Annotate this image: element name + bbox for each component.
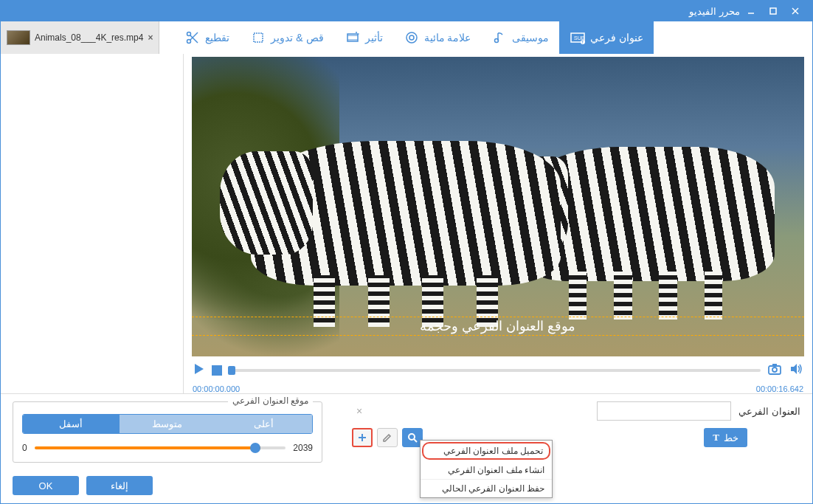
tab-music[interactable]: موسيقى bbox=[481, 21, 559, 54]
slider-max: 2039 bbox=[293, 443, 313, 453]
position-bottom[interactable]: أسفل bbox=[23, 415, 120, 433]
file-name: Animals_08___4K_res.mp4 bbox=[35, 32, 143, 43]
position-slider[interactable] bbox=[35, 446, 286, 449]
position-segmented-control: أعلى متوسط أسفل bbox=[22, 414, 313, 434]
svg-point-23 bbox=[772, 367, 777, 372]
effect-icon bbox=[345, 30, 361, 46]
subtitle-position-group: موقع العنوان الفرعي أعلى متوسط أسفل 0 20… bbox=[13, 401, 322, 463]
crop-icon bbox=[250, 30, 266, 46]
menu-create-subtitle[interactable]: انشاء ملف العنوان الفرعي bbox=[421, 461, 552, 479]
toolbar: Animals_08___4K_res.mp4 × تقطيع قص & تدو… bbox=[1, 21, 812, 54]
sidebar bbox=[1, 54, 184, 393]
add-subtitle-button[interactable] bbox=[352, 428, 373, 447]
position-top[interactable]: أعلى bbox=[215, 415, 312, 433]
svg-rect-1 bbox=[770, 8, 776, 14]
playback-controls bbox=[190, 356, 806, 384]
svg-point-4 bbox=[187, 32, 191, 36]
file-close-icon[interactable]: × bbox=[148, 32, 153, 43]
file-tab[interactable]: Animals_08___4K_res.mp4 × bbox=[1, 21, 159, 54]
tab-watermark[interactable]: علامة مائية bbox=[393, 21, 482, 54]
maximize-button[interactable] bbox=[762, 1, 784, 21]
play-button[interactable] bbox=[193, 362, 206, 379]
svg-point-16 bbox=[495, 39, 499, 43]
window-title: محرر الفيديو bbox=[7, 6, 740, 17]
position-middle[interactable]: متوسط bbox=[120, 415, 216, 433]
subtitle-position-guide[interactable]: موقع العنوان الفرعي وحجمه bbox=[192, 317, 804, 336]
tab-crop-rotate[interactable]: قص & تدوير bbox=[240, 21, 333, 54]
minimize-button[interactable] bbox=[740, 1, 762, 21]
volume-button[interactable] bbox=[789, 362, 803, 379]
menu-load-subtitle[interactable]: تحميل ملف العنوان الفرعي bbox=[422, 442, 550, 460]
ok-button[interactable]: OK bbox=[13, 476, 79, 495]
music-icon bbox=[491, 30, 508, 46]
svg-point-12 bbox=[356, 32, 357, 33]
svg-point-13 bbox=[358, 33, 359, 35]
current-time: 00:00:00.000 bbox=[193, 384, 240, 393]
watermark-icon bbox=[404, 30, 420, 46]
snapshot-button[interactable] bbox=[767, 361, 783, 380]
stop-button[interactable] bbox=[212, 365, 222, 376]
svg-marker-25 bbox=[791, 364, 797, 374]
subtitle-icon: SUBT bbox=[570, 30, 586, 46]
font-button[interactable]: T خط bbox=[704, 428, 747, 447]
tab-subtitle[interactable]: SUBT عنوان فرعي bbox=[559, 21, 654, 54]
close-button[interactable] bbox=[784, 1, 806, 21]
file-thumbnail bbox=[7, 30, 30, 45]
progress-slider[interactable] bbox=[228, 369, 761, 372]
svg-point-5 bbox=[187, 40, 191, 44]
svg-rect-24 bbox=[772, 364, 777, 366]
subtitle-label: العنوان الفرعي bbox=[738, 406, 800, 417]
clear-icon[interactable]: × bbox=[356, 405, 362, 417]
position-legend: موقع العنوان الفرعي bbox=[228, 396, 313, 406]
tab-trim[interactable]: تقطيع bbox=[174, 21, 240, 54]
svg-rect-8 bbox=[254, 33, 263, 42]
svg-point-15 bbox=[409, 35, 414, 40]
subtitle-input[interactable] bbox=[597, 401, 731, 421]
svg-point-28 bbox=[409, 434, 415, 440]
titlebar: محرر الفيديو bbox=[1, 1, 812, 21]
total-time: 00:00:16.642 bbox=[756, 384, 803, 393]
slider-min: 0 bbox=[22, 443, 27, 453]
svg-line-29 bbox=[414, 439, 417, 442]
svg-marker-21 bbox=[195, 364, 204, 374]
add-subtitle-dropdown: تحميل ملف العنوان الفرعي انشاء ملف العنو… bbox=[420, 440, 553, 498]
video-preview[interactable]: موقع العنوان الفرعي وحجمه bbox=[192, 57, 804, 356]
svg-text:T: T bbox=[581, 40, 584, 44]
scissors-icon bbox=[184, 30, 201, 46]
tab-effect[interactable]: تأثير bbox=[334, 21, 393, 54]
svg-point-14 bbox=[406, 32, 417, 43]
cancel-button[interactable]: إلغاء bbox=[86, 476, 153, 495]
font-t-icon: T bbox=[713, 432, 719, 443]
bottom-panel: العنوان الفرعي × T خط تحميل ملف العنوان … bbox=[1, 393, 812, 504]
edit-subtitle-button[interactable] bbox=[377, 428, 398, 447]
menu-export-subtitle[interactable]: حفظ العنوان الفرعي الحالي bbox=[421, 479, 552, 497]
